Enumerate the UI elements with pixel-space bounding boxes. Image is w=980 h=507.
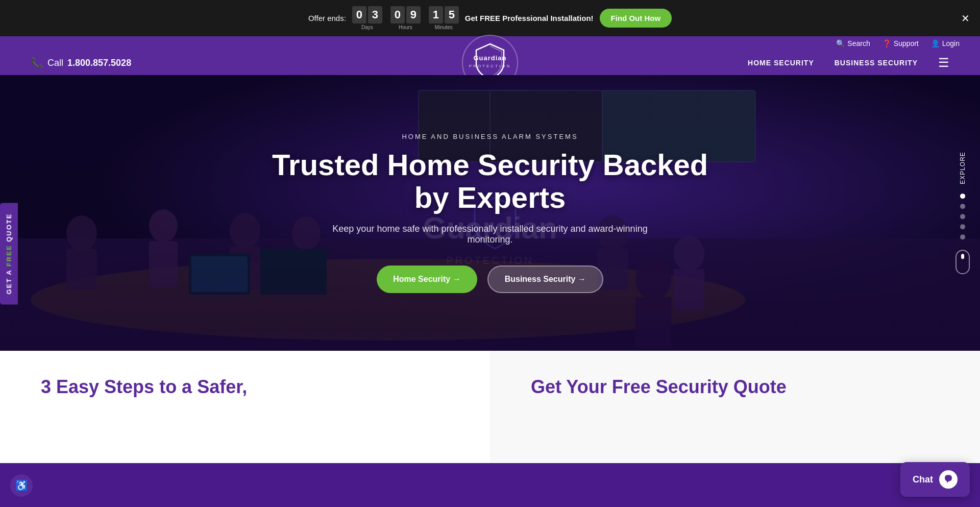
search-icon: 🔍: [836, 39, 845, 47]
svg-text:Guardian: Guardian: [473, 54, 506, 62]
explore-side-nav: EXPLORE: [955, 152, 970, 274]
login-label: Login: [942, 39, 960, 47]
support-icon: ❓: [883, 39, 891, 47]
hours-label: Hours: [399, 25, 412, 30]
explore-label: EXPLORE: [959, 152, 966, 184]
quote-title: Get Your Free Security Quote: [531, 376, 939, 398]
days-digit-1: 0: [352, 6, 366, 23]
chat-label: Chat: [913, 474, 933, 485]
minutes-digit-1: 1: [429, 6, 443, 23]
nav-home-security[interactable]: HOME SECURITY: [748, 59, 814, 67]
explore-dot-2[interactable]: [960, 204, 965, 209]
support-link[interactable]: ❓ Support: [883, 39, 919, 47]
hero-buttons: Home Security → Business Security →: [377, 265, 603, 293]
hours-digit-2: 9: [406, 6, 421, 23]
countdown-hours: 0 9 Hours: [390, 6, 421, 30]
announcement-bar: Offer ends: 0 3 Days 0 9 Hours 1: [0, 0, 980, 36]
promo-text: Get FREE Professional Installation!: [465, 14, 594, 22]
find-out-button[interactable]: Find Out How: [600, 9, 672, 28]
free-highlight: FREE: [5, 245, 13, 267]
business-security-button[interactable]: Business Security →: [487, 265, 603, 293]
phone-number: 1.800.857.5028: [67, 58, 131, 68]
hero-subtitle: HOME AND BUSINESS ALARM SYSTEMS: [402, 133, 578, 140]
explore-dot-1[interactable]: [960, 194, 965, 199]
search-label: Search: [847, 39, 870, 47]
announcement-close-button[interactable]: ✕: [961, 12, 970, 25]
accessibility-icon: ♿: [15, 479, 28, 492]
home-security-button[interactable]: Home Security →: [377, 265, 477, 293]
days-label: Days: [361, 25, 373, 30]
minutes-digit-2: 5: [445, 6, 459, 23]
steps-section: 3 Easy Steps to a Safer,: [0, 351, 490, 463]
main-nav: HOME SECURITY BUSINESS SECURITY ☰: [748, 56, 949, 70]
hero-title: Trusted Home Security Backed by Experts: [260, 149, 720, 214]
quote-section: Get Your Free Security Quote: [490, 351, 980, 463]
support-label: Support: [894, 39, 919, 47]
bottom-section: 3 Easy Steps to a Safer, Get Your Free S…: [0, 351, 980, 463]
accessibility-button[interactable]: ♿: [10, 474, 33, 497]
countdown-minutes: 1 5 Minutes: [429, 6, 459, 30]
scroll-thumb: [961, 254, 964, 259]
phone-icon: 📞: [31, 57, 43, 69]
hours-digit-1: 0: [390, 6, 405, 23]
chat-icon: [943, 474, 954, 485]
main-header: 📞 Call 1.800.857.5028 Guardian PROTECTIO…: [0, 51, 980, 75]
scroll-indicator: [955, 250, 970, 274]
hero-content: HOME AND BUSINESS ALARM SYSTEMS Trusted …: [0, 75, 980, 351]
hero-description: Keep your home safe with professionally …: [316, 224, 664, 245]
days-digit-2: 3: [368, 6, 382, 23]
explore-dot-3[interactable]: [960, 214, 965, 219]
explore-dot-4[interactable]: [960, 224, 965, 229]
login-link[interactable]: 👤 Login: [931, 39, 960, 47]
login-icon: 👤: [931, 39, 940, 47]
phone-section: 📞 Call 1.800.857.5028: [31, 57, 131, 69]
countdown-days: 0 3 Days: [352, 6, 382, 30]
svg-text:PROTECTION: PROTECTION: [469, 64, 511, 68]
search-link[interactable]: 🔍 Search: [836, 39, 870, 47]
side-quote-button[interactable]: GET A FREE QUOTE: [0, 203, 18, 304]
call-label: Call: [47, 58, 63, 68]
hero-section: Guardian PROTECTION: [0, 75, 980, 351]
hamburger-menu-button[interactable]: ☰: [938, 56, 949, 70]
countdown: 0 3 Days 0 9 Hours 1 5 Minutes: [352, 6, 459, 30]
chat-button[interactable]: Chat: [900, 462, 970, 497]
minutes-label: Minutes: [435, 25, 453, 30]
steps-title: 3 Easy Steps to a Safer,: [41, 376, 449, 398]
chat-icon-circle: [939, 470, 958, 489]
offer-text: Offer ends:: [308, 14, 346, 22]
explore-dot-5[interactable]: [960, 234, 965, 239]
nav-business-security[interactable]: BUSINESS SECURITY: [835, 59, 918, 67]
